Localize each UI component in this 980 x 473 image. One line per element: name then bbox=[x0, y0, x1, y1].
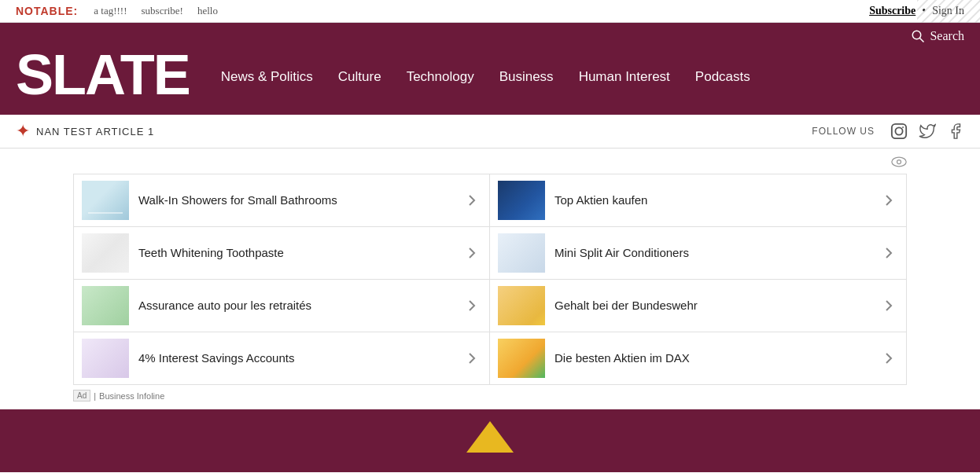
ad-thumb-ac bbox=[498, 233, 545, 273]
ad-item-auto[interactable]: Assurance auto pour les retraités bbox=[74, 280, 490, 332]
top-link-1[interactable]: a tag!!!! bbox=[94, 5, 127, 17]
nav-podcasts[interactable]: Podcasts bbox=[695, 69, 750, 85]
ad-arrow-auto bbox=[462, 296, 481, 315]
svg-line-1 bbox=[920, 38, 924, 42]
ad-arrow-teeth bbox=[462, 244, 481, 262]
nan-icon: ✦ bbox=[16, 121, 30, 141]
ad-thumb-dax bbox=[498, 339, 545, 378]
ad-item-bundeswehr[interactable]: Gehalt bei der Bundeswehr bbox=[490, 280, 906, 332]
svg-rect-2 bbox=[892, 124, 906, 138]
ad-arrow-bundeswehr bbox=[879, 296, 898, 315]
ad-text-stocks: Top Aktien kaufen bbox=[554, 192, 870, 208]
nan-label: NAN TEST ARTICLE 1 bbox=[36, 126, 154, 138]
ad-item-shower[interactable]: Walk-In Showers for Small Bathrooms bbox=[74, 174, 490, 227]
svg-point-3 bbox=[895, 127, 902, 134]
sub-header: ✦ NAN TEST ARTICLE 1 FOLLOW US bbox=[0, 115, 980, 148]
twitter-icon[interactable] bbox=[919, 123, 936, 140]
follow-us-section: FOLLOW US bbox=[812, 123, 964, 140]
search-button[interactable]: Search bbox=[911, 29, 964, 43]
instagram-icon[interactable] bbox=[890, 123, 908, 140]
ad-thumb-bundeswehr bbox=[498, 286, 545, 325]
bottom-section bbox=[0, 409, 980, 472]
ad-arrow-stocks bbox=[879, 191, 898, 210]
ad-text-dax: Die besten Aktien im DAX bbox=[554, 350, 870, 366]
ad-container: Walk-In Showers for Small Bathrooms Top … bbox=[57, 148, 923, 409]
top-bar: NOTABLE: a tag!!!! subscribe! hello Subs… bbox=[0, 0, 980, 23]
ad-item-savings[interactable]: 4% Interest Savings Accounts bbox=[74, 332, 490, 384]
ad-item-teeth[interactable]: Teeth Whitening Toothpaste bbox=[74, 227, 490, 280]
ad-thumb-stocks bbox=[498, 181, 545, 220]
main-nav: News & Politics Culture Technology Busin… bbox=[221, 69, 750, 85]
ad-provider: | bbox=[94, 391, 96, 401]
ad-arrow-shower bbox=[462, 191, 481, 210]
ad-text-shower: Walk-In Showers for Small Bathrooms bbox=[138, 192, 453, 208]
search-label: Search bbox=[930, 29, 964, 43]
main-header: Search SLATE News & Politics Culture Tec… bbox=[0, 23, 980, 115]
bottom-logo-shape bbox=[466, 421, 514, 453]
ad-item-dax[interactable]: Die besten Aktien im DAX bbox=[490, 332, 906, 384]
ad-arrow-savings bbox=[462, 349, 481, 368]
ad-text-savings: 4% Interest Savings Accounts bbox=[138, 350, 453, 366]
ad-text-bundeswehr: Gehalt bei der Bundeswehr bbox=[554, 298, 870, 314]
ad-thumb-shower bbox=[82, 181, 129, 220]
ad-provider-name: Business Infoline bbox=[99, 391, 164, 401]
ad-footer: Ad | Business Infoline bbox=[73, 390, 907, 402]
svg-point-4 bbox=[902, 126, 904, 128]
nav-culture[interactable]: Culture bbox=[338, 69, 381, 85]
subscribe-button[interactable]: Subscribe bbox=[869, 5, 916, 17]
ad-thumb-teeth bbox=[82, 233, 129, 273]
eye-icon bbox=[891, 156, 907, 167]
ad-text-auto: Assurance auto pour les retraités bbox=[138, 298, 453, 314]
ad-text-teeth: Teeth Whitening Toothpaste bbox=[138, 245, 453, 261]
svg-point-5 bbox=[892, 157, 906, 167]
top-link-3[interactable]: hello bbox=[197, 5, 218, 17]
ad-badge: Ad bbox=[73, 390, 90, 402]
ad-thumb-savings bbox=[82, 339, 129, 378]
ad-text-ac: Mini Split Air Conditioners bbox=[554, 245, 870, 261]
ad-arrow-ac bbox=[879, 244, 898, 262]
top-bar-links: a tag!!!! subscribe! hello bbox=[94, 5, 869, 17]
nav-technology[interactable]: Technology bbox=[407, 69, 474, 85]
svg-point-6 bbox=[897, 160, 901, 164]
ad-eye-icon-container bbox=[73, 156, 907, 170]
nav-news-politics[interactable]: News & Politics bbox=[221, 69, 313, 85]
ad-item-stocks[interactable]: Top Aktien kaufen bbox=[490, 174, 906, 227]
nav-business[interactable]: Business bbox=[499, 69, 554, 85]
slate-logo: SLATE bbox=[16, 46, 190, 107]
top-link-2[interactable]: subscribe! bbox=[142, 5, 183, 17]
ad-arrow-dax bbox=[879, 349, 898, 368]
header-main: SLATE News & Politics Culture Technology… bbox=[16, 46, 964, 115]
notable-logo: NOTABLE: bbox=[16, 5, 78, 17]
ad-item-ac[interactable]: Mini Split Air Conditioners bbox=[490, 227, 906, 280]
follow-us-label: FOLLOW US bbox=[812, 126, 875, 137]
ad-thumb-auto bbox=[82, 286, 129, 325]
nav-human-interest[interactable]: Human Interest bbox=[579, 69, 670, 85]
facebook-icon[interactable] bbox=[947, 123, 964, 140]
svg-point-0 bbox=[913, 31, 922, 39]
ad-grid: Walk-In Showers for Small Bathrooms Top … bbox=[73, 174, 907, 385]
search-icon bbox=[911, 29, 925, 43]
